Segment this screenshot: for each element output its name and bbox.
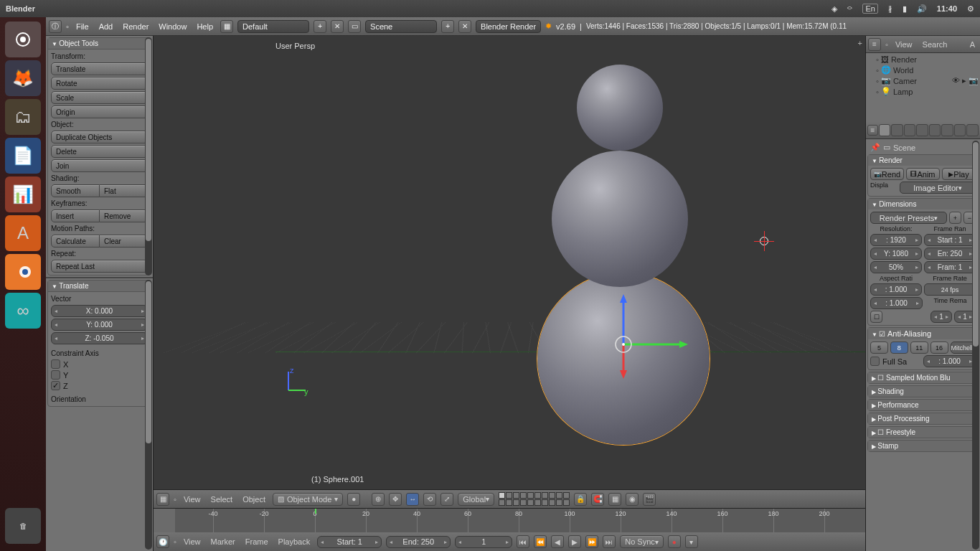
translate-button[interactable]: Translate xyxy=(51,62,148,75)
panel-shading[interactable]: Shading xyxy=(868,386,978,397)
play-reverse-icon[interactable]: ◀ xyxy=(551,535,564,548)
dash-icon[interactable] xyxy=(5,22,41,57)
gear-icon[interactable]: ⚙ xyxy=(967,4,974,14)
end-frame-field[interactable]: End: 250 xyxy=(386,536,451,548)
snap-icon[interactable]: 🧲 xyxy=(591,493,604,506)
autokey-icon[interactable]: ● xyxy=(668,535,681,548)
keyboard-lang[interactable]: En xyxy=(862,4,877,14)
remap-old[interactable]: 1 xyxy=(930,311,952,323)
toolshelf-scrollbar[interactable] xyxy=(145,37,152,276)
tree-camera[interactable]: ◦ 📷 Camer 👁 ▸ 📷 xyxy=(867,75,979,86)
full-sample-check[interactable]: Full Sa xyxy=(870,355,921,367)
current-frame-field[interactable]: 1 xyxy=(455,536,512,548)
tab-object[interactable] xyxy=(929,124,941,136)
menu-file[interactable]: File xyxy=(73,22,92,31)
dimensions-header[interactable]: Dimensions xyxy=(868,199,978,209)
viewport-plus-icon[interactable]: + xyxy=(858,39,862,47)
snap-type-icon[interactable]: ▦ xyxy=(608,493,621,506)
props-scrollbar[interactable] xyxy=(972,141,979,550)
orientation-select[interactable]: Global ▾ xyxy=(458,493,494,506)
frame-end[interactable]: En: 250 xyxy=(924,248,976,260)
operator-header[interactable]: Translate xyxy=(48,281,151,292)
pivot-icon[interactable]: ⊕ xyxy=(372,493,385,506)
files-icon[interactable]: 🗂 xyxy=(5,99,41,135)
tab-data[interactable] xyxy=(966,124,979,136)
messaging-icon[interactable]: ◈ xyxy=(831,4,837,14)
rotate-button[interactable]: Rotate xyxy=(51,77,148,90)
transform-gizmo[interactable] xyxy=(580,294,695,395)
insert-keyframe-button[interactable]: Insert xyxy=(51,209,100,222)
scale-button[interactable]: Scale xyxy=(51,91,148,104)
res-y[interactable]: Y: 1080 xyxy=(870,248,922,260)
tl-menu-view[interactable]: View xyxy=(181,537,204,546)
ol-all[interactable]: A xyxy=(967,40,978,49)
3d-viewport[interactable]: z y User Persp (1) Sphere.001 + xyxy=(154,36,865,489)
aa-5[interactable]: 5 xyxy=(870,342,888,354)
collapse-icon[interactable]: ◦ xyxy=(174,495,176,504)
proportional-icon[interactable]: ◉ xyxy=(626,493,639,506)
tree-world[interactable]: ◦ 🌐 World xyxy=(867,65,979,75)
aa-header[interactable]: ☑ Anti-Aliasing xyxy=(868,328,978,339)
software-center-icon[interactable]: A xyxy=(5,215,41,251)
scene-field[interactable]: Scene xyxy=(365,20,437,33)
screen-layout-field[interactable]: Default xyxy=(237,20,309,33)
screen-browse-icon[interactable]: ▦ xyxy=(220,20,233,33)
vp-menu-select[interactable]: Select xyxy=(208,495,236,504)
flat-button[interactable]: Flat xyxy=(100,184,148,197)
menu-window[interactable]: Window xyxy=(156,22,189,31)
battery-icon[interactable]: ▮ xyxy=(903,4,907,14)
keyframe-next-icon[interactable]: ⏩ xyxy=(585,535,598,548)
duplicate-button[interactable]: Duplicate Objects xyxy=(51,131,148,143)
tree-render-layers[interactable]: ◦ 🖼 Render xyxy=(867,55,979,65)
delete-button[interactable]: Delete xyxy=(51,145,148,158)
panel-stamp[interactable]: Stamp xyxy=(868,441,978,451)
editor-type-props-icon[interactable]: ≡ xyxy=(867,125,878,136)
panel-freestyle[interactable]: ☐ Freestyle xyxy=(868,427,978,438)
vector-y-field[interactable]: Y: 0.000 xyxy=(51,319,148,331)
repeat-last-button[interactable]: Repeat Last xyxy=(51,260,148,273)
tab-world[interactable] xyxy=(916,124,928,136)
join-button[interactable]: Join xyxy=(51,159,148,172)
sphere-top[interactable] xyxy=(577,65,663,151)
panel-performance[interactable]: Performance xyxy=(868,400,978,410)
del-scene-icon[interactable]: ✕ xyxy=(458,20,471,33)
sync-select[interactable]: No Sync ▾ xyxy=(620,535,664,548)
tab-scene[interactable] xyxy=(904,124,916,136)
menu-add[interactable]: Add xyxy=(96,22,116,31)
animation-button[interactable]: 🎞Anim xyxy=(906,168,940,180)
clear-button[interactable]: Clear xyxy=(100,235,148,248)
res-x[interactable]: : 1920 xyxy=(870,234,922,246)
border-check[interactable]: ☐ xyxy=(870,311,882,323)
writer-icon[interactable]: 📄 xyxy=(5,138,41,174)
remove-keyframe-button[interactable]: Remove xyxy=(100,209,148,222)
arduino-icon[interactable]: ∞ xyxy=(5,293,41,329)
keyframe-prev-icon[interactable]: ⏪ xyxy=(534,535,547,548)
aa-8[interactable]: 8 xyxy=(890,342,908,354)
menu-render[interactable]: Render xyxy=(120,22,151,31)
render-presets[interactable]: Render Presets ▾ xyxy=(870,212,947,224)
panel-post-processing[interactable]: Post Processing xyxy=(868,413,978,424)
filter-size[interactable]: : 1.000 xyxy=(923,355,976,367)
manipulator-translate-icon[interactable]: ↔ xyxy=(406,493,419,506)
timeline-ruler[interactable]: -40-200204060801001201401601802002202402… xyxy=(175,509,865,533)
operator-scrollbar[interactable] xyxy=(145,280,152,550)
menu-help[interactable]: Help xyxy=(194,22,216,31)
add-screen-icon[interactable]: + xyxy=(314,20,326,33)
volume-icon[interactable]: 🔊 xyxy=(917,4,927,14)
editor-type-timeline-icon[interactable]: 🕐 xyxy=(156,535,169,548)
vector-z-field[interactable]: Z: -0.050 xyxy=(51,332,148,344)
smooth-button[interactable]: Smooth xyxy=(51,184,100,197)
tree-lamp[interactable]: ◦ 💡 Lamp xyxy=(867,86,979,97)
scene-browse-icon[interactable]: ▭ xyxy=(348,20,361,33)
render-panel-header[interactable]: Render xyxy=(868,155,978,166)
aspect-x[interactable]: : 1.000 xyxy=(870,283,922,296)
clock[interactable]: 11:40 xyxy=(937,4,957,13)
aspect-y[interactable]: : 1.000 xyxy=(870,297,923,309)
jump-end-icon[interactable]: ⏭ xyxy=(603,535,616,548)
frame-start[interactable]: Start : 1 xyxy=(924,234,976,246)
panel-sampled-motion-blu[interactable]: ☐ Sampled Motion Blu xyxy=(868,372,978,383)
editor-type-3dview-icon[interactable]: ▦ xyxy=(156,493,169,506)
tl-menu-playback[interactable]: Playback xyxy=(275,537,314,546)
blender-launcher-icon[interactable] xyxy=(5,254,41,290)
play-render-button[interactable]: ▶Play xyxy=(942,168,976,180)
